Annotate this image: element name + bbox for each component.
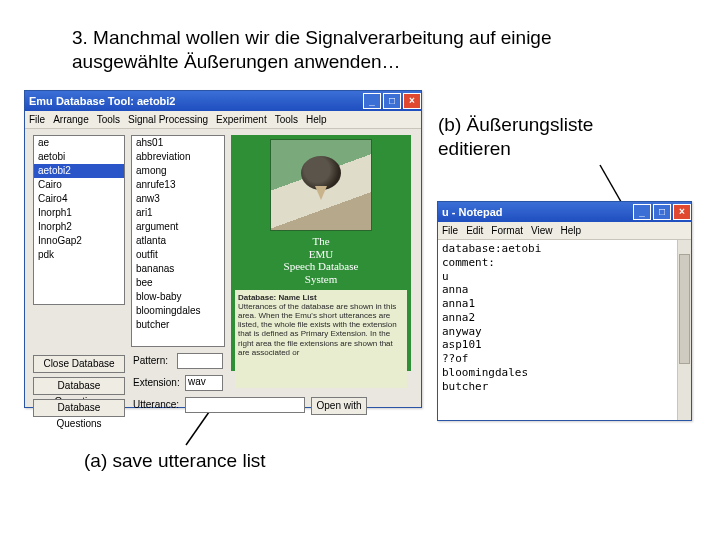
info-description: Database: Name List Utterances of the da…: [235, 290, 407, 388]
list-item[interactable]: Inorph2: [34, 220, 124, 234]
menu-view[interactable]: View: [531, 225, 553, 236]
close-button[interactable]: ×: [403, 93, 421, 109]
emu-window-title: Emu Database Tool: aetobi2: [29, 95, 176, 107]
notepad-text-area[interactable]: database:aetobi comment: u anna anna1 an…: [442, 242, 675, 393]
desc-body: Utterances of the database are shown in …: [238, 302, 397, 357]
list-item[interactable]: bloomingdales: [132, 304, 224, 318]
list-item[interactable]: argument: [132, 220, 224, 234]
menu-file[interactable]: File: [442, 225, 458, 236]
list-item[interactable]: ae: [34, 136, 124, 150]
list-item[interactable]: ari1: [132, 206, 224, 220]
menu-help[interactable]: Help: [306, 114, 327, 125]
caption-a: (a) save utterance list: [84, 450, 266, 472]
extension-input[interactable]: wav: [185, 375, 223, 391]
list-item[interactable]: Inorph1: [34, 206, 124, 220]
maximize-button[interactable]: □: [653, 204, 671, 220]
menu-help[interactable]: Help: [561, 225, 582, 236]
list-item[interactable]: bananas: [132, 262, 224, 276]
notepad-titlebar[interactable]: u - Notepad _ □ ×: [438, 202, 691, 222]
minimize-button[interactable]: _: [633, 204, 651, 220]
slide-title: 3. Manchmal wollen wir die Signalverarbe…: [72, 26, 592, 74]
maximize-button[interactable]: □: [383, 93, 401, 109]
list-item[interactable]: atlanta: [132, 234, 224, 248]
caption-b: (b) Äußerungsliste editieren: [438, 113, 658, 161]
list-item[interactable]: abbreviation: [132, 150, 224, 164]
database-operations-button[interactable]: Database Operations: [33, 377, 125, 395]
list-item[interactable]: Cairo: [34, 178, 124, 192]
menu-signal-processing[interactable]: Signal Processing: [128, 114, 208, 125]
menu-experiment[interactable]: Experiment: [216, 114, 267, 125]
menu-tools[interactable]: Tools: [97, 114, 120, 125]
utterance-input[interactable]: [185, 397, 305, 413]
list-item[interactable]: pdk: [34, 248, 124, 262]
database-listbox[interactable]: ae aetobi aetobi2 Cairo Cairo4 Inorph1 I…: [33, 135, 125, 305]
notepad-window: u - Notepad _ □ × File Edit Format View …: [437, 201, 692, 421]
pattern-input[interactable]: [177, 353, 223, 369]
list-item[interactable]: ahs01: [132, 136, 224, 150]
list-item[interactable]: InnoGap2: [34, 234, 124, 248]
list-item[interactable]: bee: [132, 276, 224, 290]
scrollbar-thumb[interactable]: [679, 254, 690, 364]
close-database-button[interactable]: Close Database: [33, 355, 125, 373]
database-questions-button[interactable]: Database Questions: [33, 399, 125, 417]
menu-file[interactable]: File: [29, 114, 45, 125]
list-item[interactable]: butcher: [132, 318, 224, 332]
list-item[interactable]: among: [132, 164, 224, 178]
emu-menubar: File Arrange Tools Signal Processing Exp…: [25, 111, 421, 129]
emu-image: [270, 139, 372, 231]
list-item[interactable]: anrufe13: [132, 178, 224, 192]
notepad-menubar: File Edit Format View Help: [438, 222, 691, 240]
list-item[interactable]: blow-baby: [132, 290, 224, 304]
desc-title: Database: Name List: [238, 293, 317, 302]
utterance-listbox[interactable]: ahs01 abbreviation among anrufe13 anw3 a…: [131, 135, 225, 347]
list-item[interactable]: aetobi2: [34, 164, 124, 178]
menu-arrange[interactable]: Arrange: [53, 114, 89, 125]
info-panel: The EMU Speech Database System Database:…: [231, 135, 411, 371]
open-with-button[interactable]: Open with: [311, 397, 367, 415]
menu-tools-2[interactable]: Tools: [275, 114, 298, 125]
list-item[interactable]: outfit: [132, 248, 224, 262]
scrollbar[interactable]: [677, 240, 691, 420]
menu-format[interactable]: Format: [491, 225, 523, 236]
utterance-label: Utterance:: [133, 399, 179, 410]
list-item[interactable]: aetobi: [34, 150, 124, 164]
minimize-button[interactable]: _: [363, 93, 381, 109]
emu-system-title: The EMU Speech Database System: [235, 235, 407, 286]
close-button[interactable]: ×: [673, 204, 691, 220]
notepad-window-title: u - Notepad: [442, 206, 503, 218]
emu-titlebar[interactable]: Emu Database Tool: aetobi2 _ □ ×: [25, 91, 421, 111]
menu-edit[interactable]: Edit: [466, 225, 483, 236]
list-item[interactable]: Cairo4: [34, 192, 124, 206]
emu-window: Emu Database Tool: aetobi2 _ □ × File Ar…: [24, 90, 422, 408]
pattern-label: Pattern:: [133, 355, 168, 366]
list-item[interactable]: anw3: [132, 192, 224, 206]
extension-label: Extension:: [133, 377, 180, 388]
